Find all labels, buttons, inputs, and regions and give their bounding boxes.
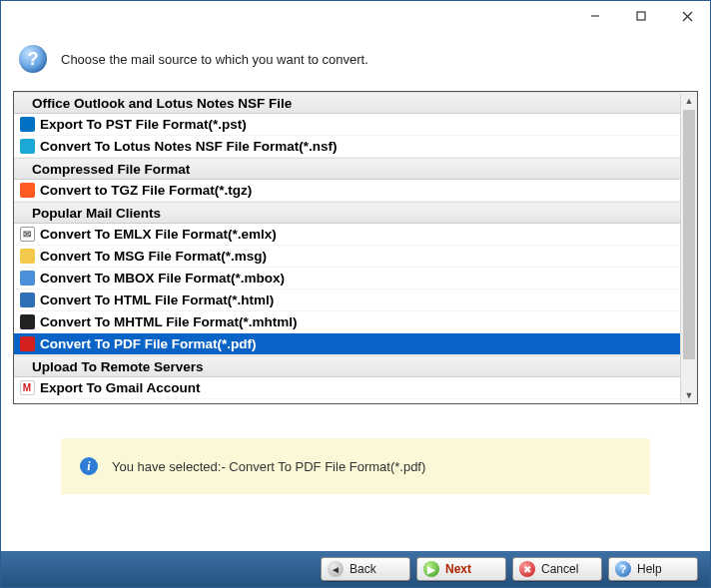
help-question-icon: ? — [615, 561, 631, 577]
format-option[interactable]: Convert To EMLX File Format(*.emlx) — [14, 224, 680, 246]
help-button[interactable]: ? Help — [608, 557, 698, 581]
format-label: Export To Gmail Account — [40, 380, 201, 395]
format-option[interactable]: Convert To MHTML File Format(*.mhtml) — [14, 311, 680, 333]
format-option[interactable]: Export To PST File Format(*.pst) — [14, 114, 680, 136]
mbox-icon — [18, 271, 36, 287]
format-option[interactable]: Convert To MSG File Format(*.msg) — [14, 246, 680, 268]
group-label: Upload To Remote Servers — [18, 359, 204, 374]
cancel-icon: ✖ — [519, 561, 535, 577]
group-header: Upload To Remote Servers — [14, 355, 680, 377]
format-label: Convert To Lotus Notes NSF File Format(*… — [40, 139, 338, 154]
format-label: Convert to TGZ File Format(*.tgz) — [40, 183, 252, 198]
minimize-button[interactable] — [572, 1, 618, 31]
format-option[interactable]: Export To Gmail Account — [14, 377, 680, 399]
scroll-up-button[interactable]: ▲ — [681, 92, 697, 109]
back-arrow-icon: ◄ — [328, 561, 344, 577]
group-label: Office Outlook and Lotus Notes NSF File — [18, 96, 292, 111]
format-option[interactable]: Convert To HTML File Format(*.html) — [14, 290, 680, 311]
scroll-down-button[interactable]: ▼ — [681, 386, 697, 403]
pdf-icon — [18, 336, 36, 352]
header: ? Choose the mail source to which you wa… — [1, 31, 710, 91]
format-label: Convert To HTML File Format(*.html) — [40, 293, 274, 307]
format-list-container: Office Outlook and Lotus Notes NSF FileE… — [13, 91, 698, 404]
group-header: Compressed File Format — [14, 158, 680, 180]
format-label: Convert To MHTML File Format(*.mhtml) — [40, 314, 298, 329]
format-label: Convert To MSG File Format(*.msg) — [40, 249, 267, 264]
help-icon: ? — [19, 45, 47, 73]
format-label: Export To PST File Format(*.pst) — [40, 117, 247, 132]
format-label: Convert To PDF File Format(*.pdf) — [40, 336, 257, 351]
group-label: Popular Mail Clients — [18, 206, 161, 221]
cancel-label: Cancel — [541, 562, 578, 576]
cancel-button[interactable]: ✖ Cancel — [512, 557, 602, 581]
maximize-button[interactable] — [618, 1, 664, 31]
back-button[interactable]: ◄ Back — [321, 557, 410, 581]
gmail-icon — [18, 380, 36, 396]
footer: ◄ Back ▶ Next ✖ Cancel ? Help — [1, 551, 710, 587]
help-label: Help — [637, 562, 662, 576]
info-text: You have selected:- Convert To PDF File … — [112, 459, 425, 474]
close-button[interactable] — [664, 1, 710, 31]
group-header: Office Outlook and Lotus Notes NSF File — [14, 92, 680, 114]
format-option[interactable]: Convert To PDF File Format(*.pdf) — [14, 333, 680, 355]
mhtml-icon — [18, 314, 36, 330]
scroll-thumb[interactable] — [683, 110, 695, 359]
svg-rect-1 — [637, 12, 645, 20]
tgz-icon — [18, 183, 36, 199]
header-prompt: Choose the mail source to which you want… — [61, 52, 368, 67]
nsf-icon — [18, 139, 36, 155]
wizard-window: ? Choose the mail source to which you wa… — [0, 0, 711, 588]
outlook-icon — [18, 117, 36, 133]
back-label: Back — [350, 562, 376, 576]
info-banner: i You have selected:- Convert To PDF Fil… — [61, 438, 650, 494]
emlx-icon — [18, 227, 36, 243]
msg-icon — [18, 249, 36, 265]
titlebar — [1, 1, 710, 31]
format-list[interactable]: Office Outlook and Lotus Notes NSF FileE… — [14, 92, 680, 403]
format-label: Convert To EMLX File Format(*.emlx) — [40, 227, 277, 242]
format-label: Convert To MBOX File Format(*.mbox) — [40, 271, 285, 286]
format-option[interactable]: Convert To Lotus Notes NSF File Format(*… — [14, 136, 680, 158]
format-option[interactable]: Convert to TGZ File Format(*.tgz) — [14, 180, 680, 202]
html-icon — [18, 293, 36, 308]
format-option[interactable]: Convert To MBOX File Format(*.mbox) — [14, 268, 680, 290]
group-label: Compressed File Format — [18, 162, 190, 177]
scrollbar[interactable]: ▲ ▼ — [680, 92, 697, 403]
next-arrow-icon: ▶ — [423, 561, 439, 577]
group-header: Popular Mail Clients — [14, 202, 680, 224]
next-button[interactable]: ▶ Next — [416, 557, 506, 581]
next-label: Next — [445, 562, 471, 576]
info-icon: i — [80, 457, 98, 475]
